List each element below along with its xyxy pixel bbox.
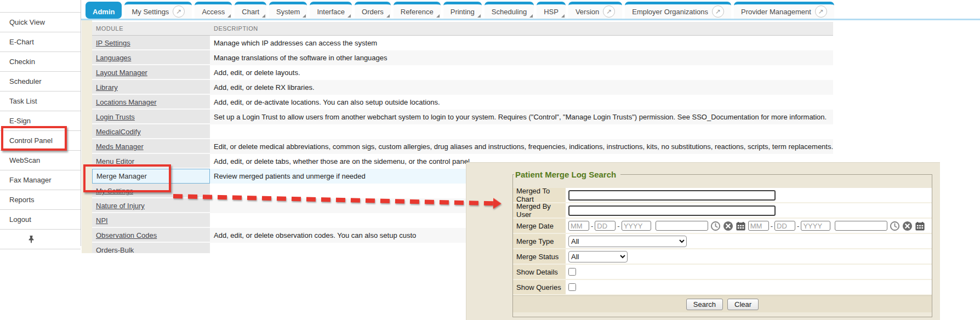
external-link-icon[interactable]: ↗: [712, 5, 724, 18]
merge-date-end-time-input[interactable]: [835, 221, 887, 231]
external-link-icon[interactable]: ↗: [815, 5, 827, 18]
module-link-login-trusts[interactable]: Login Trusts: [96, 113, 135, 121]
sidebar-pin-row[interactable]: [0, 230, 81, 249]
show-queries-label: Show Queries: [513, 280, 566, 294]
pushpin-icon[interactable]: [27, 235, 35, 244]
merge-status-label: Merge Status: [513, 249, 566, 264]
tab-admin[interactable]: Admin: [86, 2, 122, 19]
module-link-npi[interactable]: NPI: [96, 216, 108, 225]
sidebar: Quick ViewE-ChartCheckinSchedulerTask Li…: [0, 0, 81, 246]
module-cell: IP Settings: [92, 36, 210, 50]
module-cell: MedicalCodify: [92, 124, 210, 139]
sidebar-item-checkin[interactable]: Checkin: [0, 52, 81, 72]
clear-icon[interactable]: [902, 221, 913, 231]
sidebar-item-quick-view[interactable]: Quick View: [0, 13, 81, 32]
fieldset-footer: [513, 312, 932, 317]
module-link-languages[interactable]: Languages: [96, 54, 131, 62]
tab-orders[interactable]: Orders: [355, 2, 391, 19]
tab-access[interactable]: Access: [195, 2, 232, 19]
show-queries-checkbox[interactable]: [568, 283, 576, 291]
content-gutter: [82, 20, 92, 253]
tab-label: System: [276, 8, 300, 16]
sidebar-item-scheduler[interactable]: Scheduler: [0, 72, 81, 92]
tab-label: Printing: [451, 8, 475, 16]
tab-employer-organizations[interactable]: Employer Organizations↗: [625, 2, 731, 19]
tab-hsp[interactable]: HSP: [537, 2, 566, 19]
sidebar-item-webscan[interactable]: WebScan: [0, 151, 81, 170]
tab-label: Reference: [401, 8, 434, 16]
submenu-corner-icon: [262, 14, 265, 18]
calendar-icon[interactable]: [915, 221, 925, 231]
sidebar-item-e-chart[interactable]: E-Chart: [0, 32, 81, 52]
show-details-checkbox[interactable]: [568, 268, 576, 276]
tab-my-settings[interactable]: My Settings↗: [124, 2, 192, 19]
merged-by-user-label: Merged By User: [513, 203, 566, 218]
show-details-row: Show Details: [513, 265, 932, 280]
sidebar-spacer: [0, 0, 81, 13]
tab-version[interactable]: Version↗: [568, 2, 622, 19]
external-link-icon[interactable]: ↗: [173, 5, 185, 18]
description-cell: Add, edit, or delete layouts.: [210, 65, 833, 80]
module-link-orders-bulk[interactable]: Orders-Bulk: [96, 246, 134, 253]
submenu-corner-icon: [303, 14, 306, 18]
merged-by-user-input[interactable]: [568, 205, 776, 216]
sidebar-item-e-sign[interactable]: E-Sign: [0, 111, 81, 131]
submenu-corner-icon: [529, 14, 533, 18]
merge-date-end-month-input[interactable]: [748, 221, 769, 231]
module-cell: Layout Manager: [92, 65, 210, 80]
date-dash: -: [771, 222, 773, 230]
date-dash: -: [591, 222, 593, 230]
module-link-meds-manager[interactable]: Meds Manager: [96, 142, 144, 151]
merged-to-chart-input[interactable]: [568, 190, 776, 201]
tab-chart[interactable]: Chart: [235, 2, 266, 19]
table-row: Layout ManagerAdd, edit, or delete layou…: [92, 65, 833, 80]
module-link-menu-editor[interactable]: Menu Editor: [96, 157, 134, 165]
module-link-medicalcodify[interactable]: MedicalCodify: [96, 128, 141, 136]
merge-date-start-day-input[interactable]: [595, 221, 616, 231]
module-cell: Locations Manager: [92, 95, 210, 110]
show-queries-row: Show Queries: [513, 280, 932, 295]
module-link-nature-of-injury[interactable]: Nature of Injury: [96, 202, 145, 210]
module-link-library[interactable]: Library: [96, 83, 118, 92]
tab-label: Provider Management: [741, 8, 811, 16]
sidebar-item-task-list[interactable]: Task List: [0, 92, 81, 111]
module-link-locations-manager[interactable]: Locations Manager: [96, 98, 157, 106]
merge-date-start-time-input[interactable]: [656, 221, 708, 231]
submenu-corner-icon: [386, 14, 390, 18]
sidebar-item-fax-manager[interactable]: Fax Manager: [0, 170, 81, 190]
clock-icon[interactable]: [710, 221, 721, 231]
merge-date-start-year-input[interactable]: [622, 221, 651, 231]
tab-reference[interactable]: Reference: [394, 2, 441, 19]
tab-label: Orders: [362, 8, 384, 16]
module-link-observation-codes[interactable]: Observation Codes: [96, 231, 157, 239]
tab-system[interactable]: System: [269, 2, 307, 19]
sidebar-item-logout[interactable]: Logout: [0, 210, 81, 230]
module-link-merge-manager[interactable]: Merge Manager: [96, 172, 147, 180]
sidebar-item-reports[interactable]: Reports: [0, 190, 81, 210]
table-header: MODULE DESCRIPTION: [92, 22, 833, 36]
description-cell: Manage translations of the software in o…: [210, 50, 833, 65]
external-link-icon[interactable]: ↗: [603, 5, 615, 18]
merge-status-select[interactable]: All: [568, 251, 628, 262]
clear-button[interactable]: Clear: [727, 299, 759, 310]
tab-scheduling[interactable]: Scheduling: [485, 2, 534, 19]
clock-icon[interactable]: [890, 221, 900, 231]
merge-date-start-month-input[interactable]: [568, 221, 589, 231]
calendar-icon[interactable]: [736, 221, 746, 231]
tab-interface[interactable]: Interface: [310, 2, 352, 19]
module-link-my-settings[interactable]: My Settings: [96, 187, 133, 195]
table-row: IP SettingsManage which IP addresses can…: [92, 36, 833, 50]
merge-date-end-day-input[interactable]: [774, 221, 795, 231]
module-cell: Menu Editor: [92, 154, 210, 169]
tab-printing[interactable]: Printing: [443, 2, 482, 19]
merge-date-end-year-input[interactable]: [801, 221, 830, 231]
tab-provider-management[interactable]: Provider Management↗: [734, 2, 834, 19]
search-button[interactable]: Search: [686, 299, 723, 310]
module-link-ip-settings[interactable]: IP Settings: [96, 39, 130, 47]
sidebar-item-control-panel[interactable]: Control Panel: [0, 131, 81, 151]
module-link-layout-manager[interactable]: Layout Manager: [96, 68, 147, 77]
form-gap: [513, 179, 932, 188]
tab-label: My Settings: [132, 8, 169, 16]
clear-icon[interactable]: [723, 221, 733, 231]
merge-type-select[interactable]: All: [568, 236, 687, 247]
